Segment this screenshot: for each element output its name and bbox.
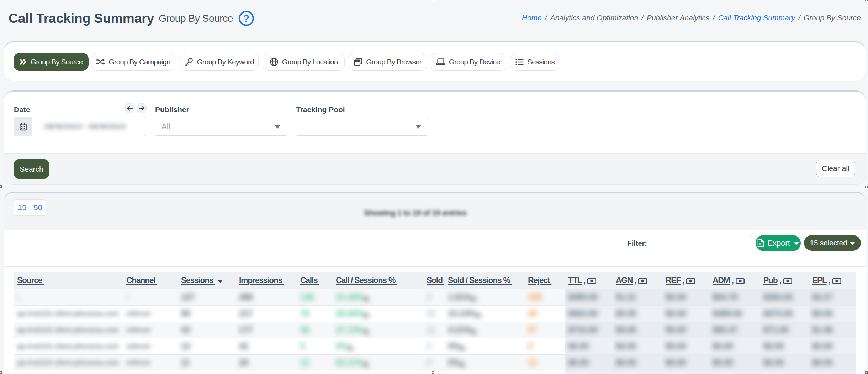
- svg-text:?: ?: [243, 12, 249, 24]
- svg-text:x: x: [759, 241, 761, 246]
